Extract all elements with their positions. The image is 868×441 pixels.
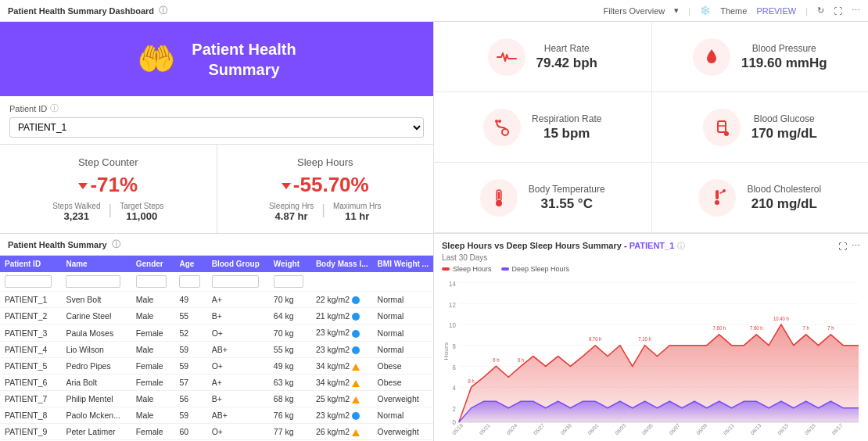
cell-weight: 55 kg bbox=[269, 341, 311, 357]
cell-name: Pedro Pipes bbox=[61, 357, 131, 374]
vital-label-5: Blood Cholesterol bbox=[747, 184, 821, 195]
separator1: | bbox=[688, 6, 690, 16]
more-icon[interactable]: ⋯ bbox=[852, 5, 860, 16]
legend-deep: Deep Sleep Hours bbox=[501, 265, 570, 273]
vital-info-0: Heart Rate 79.42 bph bbox=[536, 43, 597, 71]
svg-rect-13 bbox=[497, 192, 500, 199]
legend-sleep: Sleep Hours bbox=[442, 265, 492, 273]
table-row[interactable]: PATIENT_4 Lio Wilson Male 59 AB+ 55 kg 2… bbox=[0, 341, 433, 357]
patient-id-label: Patient ID ⓘ bbox=[9, 102, 424, 114]
vital-icon-4 bbox=[480, 179, 518, 217]
filter-id[interactable] bbox=[5, 275, 52, 288]
table-row[interactable]: PATIENT_1 Sven Bolt Male 49 A+ 70 kg 22 … bbox=[0, 292, 433, 308]
cell-age: 59 bbox=[174, 407, 206, 423]
top-bar-actions: Filters Overview ▾ | ❄️ Theme PREVIEW | … bbox=[603, 5, 860, 16]
bmi-indicator bbox=[352, 346, 360, 354]
table-row[interactable]: PATIENT_9 Peter Latimer Female 60 O+ 77 … bbox=[0, 424, 433, 440]
vital-card-3: Blood Glucose 170 mg/dL bbox=[651, 92, 869, 163]
sleep-hours-card: Sleep Hours -55.70% Sleeping Hrs 4.87 hr… bbox=[217, 145, 434, 233]
table-column-header: Age bbox=[174, 256, 206, 272]
refresh-icon[interactable]: ↻ bbox=[817, 5, 824, 16]
chart-title-area: Sleep Hours vs Deep Sleep Hours Summary … bbox=[442, 240, 685, 252]
chevron-down-icon[interactable]: ▾ bbox=[674, 5, 679, 16]
patient-id-select[interactable]: PATIENT_1 bbox=[9, 117, 424, 138]
svg-text:12: 12 bbox=[449, 301, 456, 308]
chart-title: Sleep Hours vs Deep Sleep Hours Summary … bbox=[442, 241, 629, 250]
table-info-icon: ⓘ bbox=[112, 238, 120, 250]
table-column-header: Weight bbox=[269, 256, 311, 272]
cell-gender: Female bbox=[131, 357, 175, 374]
cell-gender: Female bbox=[131, 324, 175, 341]
chart-info-icon: ⓘ bbox=[677, 242, 685, 250]
svg-text:6: 6 bbox=[452, 364, 456, 371]
cell-bmi: 21 kg/m2 bbox=[311, 308, 373, 324]
filter-age[interactable] bbox=[179, 275, 199, 288]
table-row[interactable]: PATIENT_3 Paula Moses Female 52 O+ 70 kg… bbox=[0, 324, 433, 341]
cell-weight: 68 kg bbox=[269, 390, 311, 407]
cell-weight: 64 kg bbox=[269, 308, 311, 324]
svg-text:05/21: 05/21 bbox=[479, 422, 491, 435]
deep-legend-color bbox=[501, 267, 509, 271]
sleep-hours-title: Sleep Hours bbox=[297, 156, 353, 168]
cell-weight: 70 kg bbox=[269, 324, 311, 341]
cell-name: Philip Mentel bbox=[61, 390, 131, 407]
cell-blood: O+ bbox=[207, 357, 269, 374]
cell-gender: Male bbox=[131, 308, 175, 324]
svg-text:06/01: 06/01 bbox=[586, 422, 599, 435]
cell-blood: A+ bbox=[207, 292, 269, 308]
chart-actions: ⛶ ⋯ bbox=[838, 241, 860, 251]
cell-age: 59 bbox=[174, 341, 206, 357]
vital-icon-5 bbox=[698, 179, 736, 217]
cell-status: Obese bbox=[373, 374, 433, 390]
vital-info-4: Body Temperature 31.55 °C bbox=[529, 184, 605, 212]
svg-text:7.60 h: 7.60 h bbox=[750, 325, 763, 331]
svg-point-18 bbox=[723, 189, 726, 192]
cell-name: Aria Bolt bbox=[61, 374, 131, 390]
cell-status: Normal bbox=[373, 407, 433, 423]
cell-id: PATIENT_4 bbox=[0, 341, 61, 357]
cell-name: Paolo Mcken... bbox=[61, 407, 131, 423]
cell-id: PATIENT_3 bbox=[0, 324, 61, 341]
filter-weight[interactable] bbox=[274, 275, 303, 288]
table-row[interactable]: PATIENT_5 Pedro Pipes Female 59 O+ 49 kg… bbox=[0, 357, 433, 374]
cell-id: PATIENT_8 bbox=[0, 407, 61, 423]
bmi-indicator bbox=[352, 396, 360, 403]
cell-bmi: 34 kg/m2 bbox=[311, 374, 373, 390]
vitals-panel: Heart Rate 79.42 bph Blood Pressure 119.… bbox=[434, 22, 868, 233]
vital-value-5: 210 mg/dL bbox=[747, 196, 821, 212]
cell-name: Paula Moses bbox=[61, 324, 131, 341]
table-row[interactable]: PATIENT_6 Aria Bolt Female 57 A+ 63 kg 3… bbox=[0, 374, 433, 390]
chart-expand-icon[interactable]: ⛶ bbox=[838, 242, 847, 251]
left-panel: 🤲 Patient Health Summary Patient ID ⓘ PA… bbox=[0, 22, 434, 233]
cell-status: Normal bbox=[373, 308, 433, 324]
sleep-divider: | bbox=[321, 202, 325, 222]
table-scroll[interactable]: Patient IDNameGenderAgeBlood GroupWeight… bbox=[0, 256, 433, 441]
filter-gender[interactable] bbox=[136, 275, 167, 288]
svg-point-4 bbox=[495, 120, 498, 123]
svg-text:8 h: 8 h bbox=[468, 378, 475, 384]
svg-text:06/17: 06/17 bbox=[830, 422, 843, 435]
table-row[interactable]: PATIENT_2 Carine Steel Male 55 B+ 64 kg … bbox=[0, 308, 433, 324]
cell-age: 60 bbox=[174, 424, 206, 440]
filter-name[interactable] bbox=[66, 275, 120, 288]
cell-id: PATIENT_6 bbox=[0, 374, 61, 390]
expand-icon[interactable]: ⛶ bbox=[834, 6, 842, 16]
bmi-indicator bbox=[352, 429, 360, 436]
filters-overview-button[interactable]: Filters Overview bbox=[603, 6, 665, 16]
table-body: PATIENT_1 Sven Bolt Male 49 A+ 70 kg 22 … bbox=[0, 272, 433, 441]
cell-weight: 76 kg bbox=[269, 407, 311, 423]
table-row[interactable]: PATIENT_8 Paolo Mcken... Male 59 AB+ 76 … bbox=[0, 407, 433, 423]
cell-blood: O+ bbox=[207, 424, 269, 440]
filter-blood[interactable] bbox=[212, 275, 259, 288]
steps-walked: Steps Walked 3,231 bbox=[52, 202, 100, 222]
table-row[interactable]: PATIENT_7 Philip Mentel Male 56 B+ 68 kg… bbox=[0, 390, 433, 407]
info-icon[interactable]: ⓘ bbox=[159, 5, 167, 16]
svg-text:7.10 h: 7.10 h bbox=[638, 336, 651, 342]
table-header-row: Patient IDNameGenderAgeBlood GroupWeight… bbox=[0, 256, 433, 272]
cell-bmi: 34 kg/m2 bbox=[311, 357, 373, 374]
cell-age: 52 bbox=[174, 324, 206, 341]
chart-patient-label: PATIENT_1 bbox=[629, 241, 675, 250]
chart-more-icon[interactable]: ⋯ bbox=[852, 241, 860, 251]
cell-name: Lio Wilson bbox=[61, 341, 131, 357]
bmi-indicator bbox=[352, 364, 360, 371]
